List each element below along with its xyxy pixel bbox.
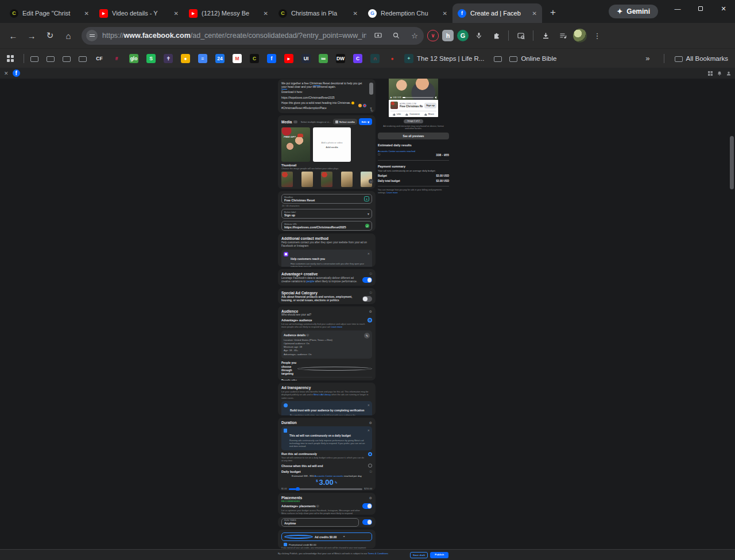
radio-icon[interactable] bbox=[297, 367, 372, 371]
bookmark-item[interactable]: UI bbox=[301, 54, 311, 63]
bookmark-item[interactable]: ≡ bbox=[198, 54, 207, 63]
video-progress-bar[interactable] bbox=[403, 97, 434, 98]
play-icon[interactable]: ▶ bbox=[390, 96, 392, 99]
learn-more-link[interactable]: Learn more bbox=[331, 325, 342, 328]
reach-metric-label[interactable]: Accounts Center accounts reached ⓘ bbox=[378, 150, 418, 156]
gear-icon[interactable]: ⚙ bbox=[369, 496, 372, 500]
post-action-button[interactable]: Like bbox=[393, 113, 401, 116]
post-action-button[interactable]: Comment bbox=[405, 113, 420, 116]
edit-pencil-icon[interactable]: ✎ bbox=[335, 480, 338, 484]
close-button[interactable]: ✕ bbox=[712, 0, 735, 17]
bookmark-item[interactable]: 24 bbox=[215, 54, 225, 63]
thumbs-up-emoji-icon[interactable] bbox=[358, 104, 362, 107]
chevron-up-icon[interactable]: ⌃ bbox=[343, 535, 369, 539]
close-icon[interactable]: ✕ bbox=[368, 252, 370, 255]
tab-close-icon[interactable]: ✕ bbox=[264, 10, 268, 17]
sign-up-button[interactable]: Sign up bbox=[424, 103, 436, 108]
back-button[interactable]: ← bbox=[6, 28, 21, 43]
video-thumbnail[interactable]: FREE GIFT bbox=[281, 127, 310, 162]
post-action-button[interactable]: Share bbox=[424, 113, 435, 116]
all-bookmarks-button[interactable]: All Bookmarks bbox=[675, 55, 729, 62]
bookmark-item[interactable]: f bbox=[267, 54, 276, 63]
bookmark-item[interactable]: C bbox=[353, 54, 362, 63]
browser-tab[interactable]: ▸ Video details - Y ✕ bbox=[94, 3, 184, 23]
pocket-extension-icon[interactable]: ∨ bbox=[427, 30, 439, 41]
reload-button[interactable]: ↻ bbox=[42, 28, 57, 43]
bookmark-item[interactable]: ≔ bbox=[319, 54, 328, 63]
apps-grid-icon[interactable] bbox=[7, 55, 14, 62]
ad-credits-option[interactable]: Ad credits $0.00 ⌃ bbox=[281, 532, 372, 541]
bookmark-item[interactable]: ∩ bbox=[370, 54, 380, 63]
bookmark-item[interactable]: ● bbox=[181, 54, 190, 63]
website-url-field[interactable]: Website URLhttps://hopeloves.com/Christm… bbox=[281, 221, 372, 231]
browser-tab[interactable]: C Edit Page "Christ ✕ bbox=[5, 3, 94, 23]
terms-link[interactable]: Terms & Conditions bbox=[368, 552, 389, 555]
bookmark-item-folder[interactable] bbox=[494, 55, 502, 62]
save-draft-button[interactable]: Save draft bbox=[410, 552, 428, 558]
bookmark-item[interactable]: # bbox=[112, 54, 121, 63]
extensions-puzzle-icon[interactable] bbox=[489, 29, 503, 42]
gemini-button[interactable]: ✦ Gemini bbox=[609, 5, 658, 18]
radio-selected-icon[interactable] bbox=[368, 452, 372, 456]
browser-tab[interactable]: C Christmas in Pla ✕ bbox=[273, 3, 363, 23]
tab-close-icon[interactable]: ✕ bbox=[174, 10, 179, 17]
grammarly-extension-icon[interactable]: G bbox=[457, 30, 469, 41]
close-icon[interactable]: ✕ bbox=[4, 71, 9, 76]
bookmark-item[interactable]: CF bbox=[95, 54, 104, 63]
close-icon[interactable]: ✕ bbox=[368, 429, 370, 432]
page-scrollbar-thumb[interactable] bbox=[730, 136, 734, 189]
grid-icon[interactable] bbox=[708, 71, 713, 76]
advantage-placements-toggle[interactable] bbox=[362, 503, 372, 509]
bookmark-item[interactable]: ▸ bbox=[284, 54, 293, 63]
info-icon[interactable]: ⓘ bbox=[370, 291, 373, 294]
next-thumbnails-icon[interactable]: › bbox=[369, 179, 373, 184]
bookmark-item[interactable]: S bbox=[146, 54, 156, 63]
promo-credit-row[interactable]: Promotional credit $0.00 bbox=[281, 541, 372, 547]
slider-knob[interactable] bbox=[296, 487, 300, 491]
facebook-logo[interactable]: f bbox=[13, 69, 20, 77]
home-button[interactable]: ⌂ bbox=[61, 28, 76, 43]
edit-media-button[interactable]: Edit▾ bbox=[359, 118, 372, 125]
browser-tab[interactable]: f Create ad | Faceb ✕ bbox=[452, 3, 542, 23]
bookmark-item-12-steps[interactable]: ✦ The 12 Steps | Life R... bbox=[404, 54, 484, 63]
info-icon[interactable]: ⓘ bbox=[370, 470, 373, 473]
run-times-field[interactable]: RUN TIMESAnytime bbox=[281, 518, 359, 527]
playlist-icon[interactable] bbox=[556, 29, 570, 42]
tab-close-icon[interactable]: ✕ bbox=[84, 10, 89, 17]
bookmark-item-online-bible[interactable]: Online Bible bbox=[509, 55, 556, 62]
learn-more-link[interactable]: Learn more bbox=[386, 192, 397, 194]
maximize-button[interactable] bbox=[689, 0, 712, 17]
bookmark-item[interactable] bbox=[63, 55, 71, 62]
bookmark-item[interactable]: C bbox=[250, 54, 259, 63]
ad-library-link[interactable]: Meta's Ad Library bbox=[314, 393, 331, 396]
clock-emoji-icon[interactable] bbox=[363, 104, 366, 107]
ad-text-composer[interactable]: We put together a free Christmas Reset d… bbox=[278, 79, 376, 113]
audience-option-row[interactable]: People you choose through targeting bbox=[281, 360, 372, 378]
bookmark-star-icon[interactable]: ☆ bbox=[408, 29, 421, 42]
add-media-button[interactable]: Add media bbox=[326, 146, 338, 149]
gear-icon[interactable]: ⚙ bbox=[369, 309, 372, 313]
people-link[interactable]: people bbox=[306, 280, 314, 283]
video-controls[interactable]: ▶ 0:00 / 0:31 bbox=[390, 96, 436, 99]
close-icon[interactable]: ✕ bbox=[368, 403, 370, 407]
tab-close-icon[interactable]: ✕ bbox=[532, 10, 537, 17]
select-media-button[interactable]: Select media bbox=[333, 119, 357, 125]
thumbnail-option[interactable] bbox=[301, 172, 313, 187]
browser-menu-icon[interactable]: ⋮ bbox=[590, 29, 604, 42]
selected-radio-icon[interactable] bbox=[368, 318, 372, 322]
bookmark-item[interactable] bbox=[47, 55, 55, 62]
thumbnail-option[interactable] bbox=[281, 172, 293, 187]
thumbnail-option[interactable] bbox=[321, 172, 332, 187]
schedule-toggle[interactable] bbox=[362, 519, 372, 525]
tab-close-icon[interactable]: ✕ bbox=[353, 10, 358, 17]
video-preview[interactable]: ▶ 0:00 / 0:31 bbox=[389, 79, 438, 100]
bookmark-item[interactable]: ● bbox=[388, 54, 397, 63]
bookmark-item[interactable]: ✝ bbox=[164, 54, 173, 63]
bookmark-item[interactable]: M bbox=[233, 54, 242, 63]
site-settings-icon[interactable] bbox=[86, 30, 98, 41]
bookmark-item[interactable] bbox=[79, 55, 87, 62]
special-category-toggle[interactable] bbox=[362, 296, 372, 302]
advantage-creative-toggle[interactable] bbox=[362, 277, 372, 283]
budget-slider[interactable]: $1.00 $250.00 bbox=[281, 488, 372, 490]
composer-scrollbar[interactable]: ▼ bbox=[369, 83, 373, 106]
